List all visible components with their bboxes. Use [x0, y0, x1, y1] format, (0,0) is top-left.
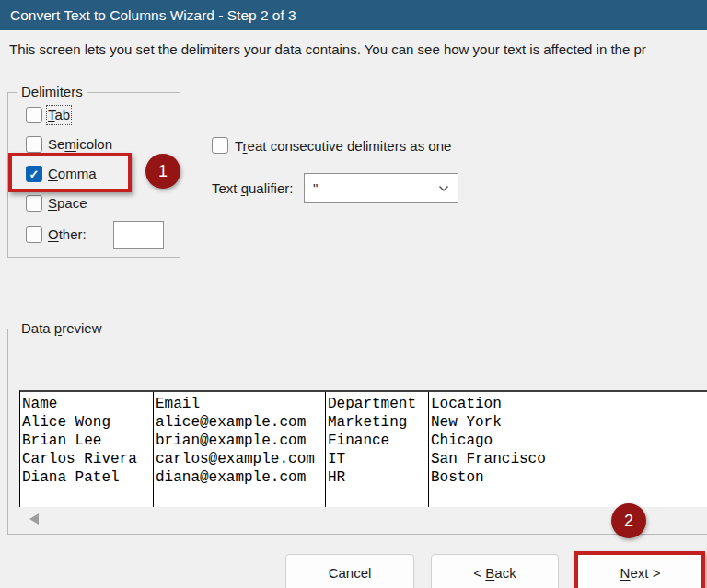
annotation-rect-next [574, 551, 705, 588]
intro-text: This screen lets you set the delimiters … [9, 41, 707, 57]
annotation-step-2-badge: 2 [611, 503, 646, 538]
semicolon-checkbox[interactable]: ✓ [26, 136, 42, 153]
data-preview-table: Name Alice Wong Brian Lee Carlos Rivera … [19, 390, 707, 507]
consecutive-delimiters-checkbox[interactable]: ✓ [212, 137, 228, 154]
cancel-button[interactable]: Cancel [285, 554, 414, 588]
dialog-title-bar: Convert Text to Columns Wizard - Step 2 … [0, 0, 707, 30]
preview-column-email: Email alice@example.com brian@example.co… [154, 392, 326, 507]
space-checkbox[interactable]: ✓ [26, 195, 42, 212]
semicolon-checkbox-label[interactable]: Semicolon [48, 136, 112, 153]
data-preview-legend: Data preview [17, 320, 106, 336]
tab-checkbox[interactable]: ✓ [26, 107, 42, 123]
consecutive-delimiters-label[interactable]: Treat consecutive delimiters as one [235, 138, 451, 155]
other-checkbox-label[interactable]: Other: [48, 226, 87, 243]
other-delimiter-input[interactable] [113, 221, 164, 249]
delimiters-legend: Delimiters [17, 84, 87, 99]
space-checkbox-label[interactable]: Space [48, 195, 87, 212]
text-qualifier-combobox[interactable]: " [304, 173, 458, 203]
preview-column-department: Department Marketing Finance IT HR [326, 392, 429, 507]
back-button[interactable]: < Back [431, 554, 559, 588]
text-qualifier-value: " [305, 182, 430, 195]
dialog-title: Convert Text to Columns Wizard - Step 2 … [10, 7, 296, 23]
scroll-left-arrow-icon[interactable] [29, 513, 39, 525]
other-checkbox[interactable]: ✓ [26, 226, 42, 243]
chevron-down-icon[interactable] [430, 185, 458, 192]
preview-column-name: Name Alice Wong Brian Lee Carlos Rivera … [20, 392, 154, 507]
annotation-step-1-badge: 1 [145, 154, 180, 189]
text-qualifier-label: Text qualifier: [212, 180, 293, 197]
annotation-rect-comma [8, 153, 132, 192]
preview-column-location: Location New York Chicago San Francisco … [429, 392, 707, 507]
tab-checkbox-label[interactable]: Tab [48, 107, 70, 123]
